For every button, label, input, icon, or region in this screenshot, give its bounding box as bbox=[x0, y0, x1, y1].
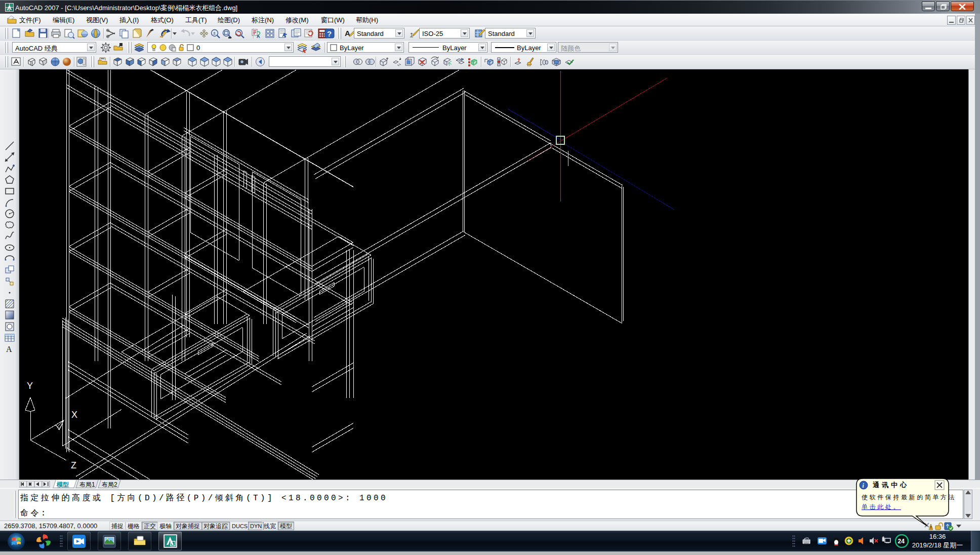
svg-text:通讯中心: 通讯中心 bbox=[873, 481, 909, 489]
svg-text:使软件保持最新的简单方法。: 使软件保持最新的简单方法。 bbox=[862, 494, 957, 501]
svg-text:单击此处。: 单击此处。 bbox=[862, 503, 901, 510]
svg-text:±: ± bbox=[213, 30, 216, 35]
svg-text:X: X bbox=[71, 410, 77, 420]
svg-text:Y: Y bbox=[27, 381, 33, 391]
svg-text:Z: Z bbox=[71, 460, 76, 470]
svg-text:?: ? bbox=[327, 29, 332, 38]
svg-text:24: 24 bbox=[898, 538, 905, 545]
svg-text:A: A bbox=[257, 34, 260, 39]
svg-text:A: A bbox=[6, 345, 12, 353]
